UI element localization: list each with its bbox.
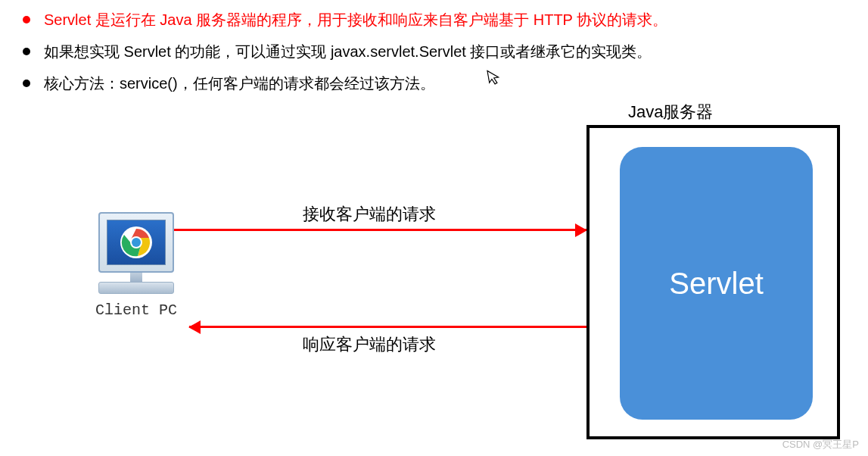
chrome-icon — [120, 226, 152, 258]
bullet-dot-icon — [23, 80, 30, 87]
architecture-diagram: Client PC 接收客户端的请求 响应客户端的请求 Java服务器 Serv… — [0, 91, 868, 454]
screen — [107, 220, 166, 265]
bullet-text: 如果想实现 Servlet 的功能，可以通过实现 javax.servlet.S… — [44, 39, 652, 64]
bullet-text: Servlet 是运行在 Java 服务器端的程序，用于接收和响应来自客户端基于… — [44, 8, 667, 32]
keyboard-base — [98, 282, 174, 294]
server-box: Servlet — [586, 125, 840, 439]
response-arrow — [189, 326, 586, 328]
svg-point-2 — [132, 238, 141, 247]
client-pc: Client PC — [91, 212, 182, 319]
servlet-label: Servlet — [669, 267, 764, 301]
monitor-icon — [98, 212, 174, 273]
bullet-dot-icon — [23, 48, 30, 55]
watermark: CSDN @冥王星P — [782, 438, 859, 451]
monitor-stand — [130, 273, 142, 282]
client-label: Client PC — [91, 301, 182, 319]
server-label: Java服务器 — [628, 101, 713, 123]
bullet-list: Servlet 是运行在 Java 服务器端的程序，用于接收和响应来自客户端基于… — [0, 0, 868, 95]
servlet-box: Servlet — [620, 147, 813, 420]
bullet-dot-icon — [23, 16, 30, 23]
request-arrow-label: 接收客户端的请求 — [303, 203, 436, 226]
request-arrow — [174, 229, 586, 231]
response-arrow-label: 响应客户端的请求 — [303, 333, 436, 356]
bullet-item: Servlet 是运行在 Java 服务器端的程序，用于接收和响应来自客户端基于… — [23, 8, 845, 32]
bullet-item: 如果想实现 Servlet 的功能，可以通过实现 javax.servlet.S… — [23, 39, 845, 64]
